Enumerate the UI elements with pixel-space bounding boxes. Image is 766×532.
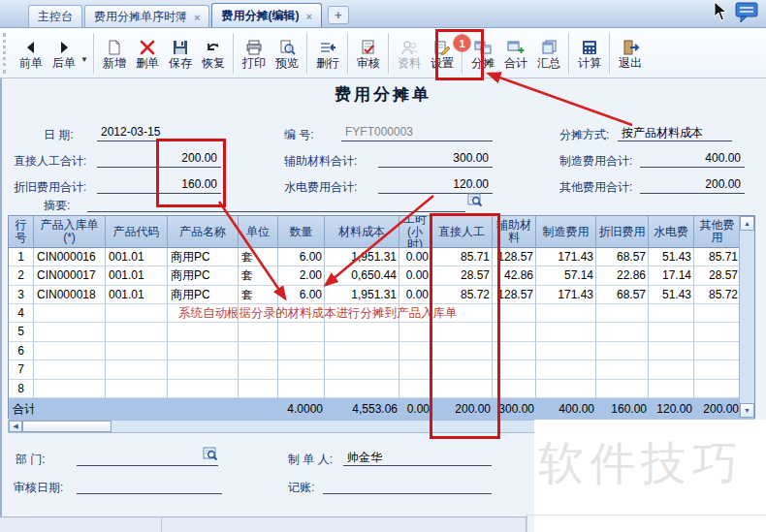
grid-cell[interactable] — [596, 304, 649, 323]
grid-cell[interactable] — [239, 323, 278, 341]
grid-cell[interactable] — [278, 342, 325, 360]
scroll-left-icon[interactable]: ◀ — [9, 421, 22, 432]
column-header[interactable]: 直接人工 — [431, 216, 493, 248]
grid-cell[interactable] — [431, 323, 493, 341]
close-icon[interactable]: × — [194, 12, 200, 23]
grid-cell[interactable] — [34, 323, 106, 341]
scroll-up-icon[interactable]: ▲ — [740, 216, 754, 231]
scroll-down-icon[interactable]: ▼ — [740, 403, 754, 418]
grid-cell[interactable]: 0.00 — [399, 286, 431, 304]
chevron-down-icon[interactable]: ▼ — [80, 55, 88, 64]
method-input[interactable]: 按产品材料成本 — [618, 125, 732, 141]
tab-2[interactable]: 费用分摊单序时簿× — [84, 5, 209, 27]
grid-cell[interactable]: 28.57 — [694, 266, 741, 285]
grid-cell[interactable]: 22.86 — [596, 266, 649, 285]
grid-cell[interactable] — [596, 323, 649, 341]
grid-cell[interactable]: 3 — [9, 286, 34, 304]
grid-cell[interactable]: 17.14 — [649, 266, 694, 285]
grid-cell[interactable] — [493, 380, 536, 398]
grid-cell[interactable] — [649, 304, 694, 323]
grid-cell[interactable]: 128.57 — [493, 248, 536, 266]
grid-cell[interactable] — [168, 342, 239, 360]
grid-cell[interactable] — [106, 342, 168, 360]
grid-cell[interactable] — [106, 323, 168, 341]
grid-cell[interactable] — [694, 304, 741, 323]
grid-cell[interactable]: 2 — [9, 266, 34, 285]
grid-cell[interactable] — [536, 323, 596, 341]
grid-cell[interactable] — [239, 360, 278, 379]
grid-cell[interactable]: 2.00 — [278, 266, 325, 285]
add-tab-button[interactable]: + — [328, 6, 349, 24]
grid-cell[interactable]: 171.43 — [536, 286, 596, 304]
grid-cell[interactable]: 85.72 — [694, 286, 741, 304]
grid-cell[interactable]: 套 — [239, 266, 278, 285]
column-header[interactable]: 制造费用 — [536, 216, 596, 248]
grid-cell[interactable] — [399, 380, 431, 398]
grid-cell[interactable]: 28.57 — [431, 266, 493, 285]
grid-cell[interactable] — [536, 380, 596, 398]
grid-cell[interactable] — [399, 342, 431, 360]
grid-cell[interactable] — [596, 360, 649, 379]
grid-cell[interactable] — [168, 360, 239, 379]
grid-cell[interactable] — [34, 304, 106, 323]
grid-cell[interactable]: 0.00 — [399, 266, 431, 285]
date-input[interactable]: 2012-03-15 — [97, 125, 221, 141]
grid-cell[interactable] — [106, 304, 168, 323]
grid-cell[interactable]: 42.86 — [493, 266, 536, 285]
grid-cell[interactable] — [34, 342, 106, 360]
grid-cell[interactable]: 001.01 — [106, 286, 168, 304]
grid-cell[interactable]: 85.71 — [431, 248, 493, 266]
grid-cell[interactable]: 商用PC — [168, 286, 239, 304]
summary-input[interactable] — [87, 196, 465, 212]
summary-lookup-icon[interactable] — [467, 193, 484, 212]
grid-cell[interactable]: 128.57 — [493, 286, 536, 304]
grid-cell[interactable]: 6.00 — [278, 286, 325, 304]
grid-cell[interactable] — [278, 360, 325, 379]
column-header[interactable]: 水电费 — [649, 216, 694, 248]
column-header[interactable]: 数量 — [278, 216, 325, 248]
grid-cell[interactable] — [34, 360, 106, 379]
sum-button[interactable]: 合计 — [499, 36, 532, 71]
grid-cell[interactable] — [493, 304, 536, 323]
new-doc-button[interactable]: 新增 — [98, 36, 131, 71]
horizontal-scrollbar[interactable]: ◀ — [8, 420, 536, 433]
grid-cell[interactable] — [399, 360, 431, 379]
grid-cell[interactable] — [168, 380, 239, 398]
grid-cell[interactable] — [278, 323, 325, 341]
grid-cell[interactable]: 57.14 — [536, 266, 596, 285]
grid-cell[interactable]: 1,951.31 — [325, 248, 399, 266]
department-input[interactable] — [77, 450, 218, 466]
allocate-button[interactable]: 分摊 — [466, 36, 499, 71]
grid-cell[interactable] — [106, 360, 168, 379]
grid-cell[interactable]: 8 — [9, 380, 34, 398]
grid-cell[interactable] — [106, 380, 168, 398]
grid-cell[interactable]: 商用PC — [168, 248, 239, 266]
grid-cell[interactable] — [649, 380, 694, 398]
grid-cell[interactable]: 1 — [9, 248, 34, 266]
tab-3[interactable]: 费用分摊(编辑)× — [211, 3, 321, 27]
toolbar-drag-handle[interactable] — [3, 33, 10, 74]
grid-cell[interactable] — [649, 360, 694, 379]
direct-labor-input[interactable]: 200.00 — [97, 151, 221, 168]
grid-cell[interactable]: 0.00 — [399, 248, 431, 266]
grid-cell[interactable] — [694, 342, 741, 360]
column-header[interactable]: 辅助材料 — [493, 216, 536, 248]
grid-cell[interactable] — [596, 380, 649, 398]
grid-cell[interactable] — [278, 380, 325, 398]
grid-cell[interactable]: CIN000018 — [34, 286, 106, 304]
scrollbar-thumb[interactable] — [22, 421, 112, 432]
grid-cell[interactable] — [536, 342, 596, 360]
grid-cell[interactable]: 001.01 — [106, 248, 168, 266]
undo-button[interactable]: 恢复 — [197, 36, 230, 71]
grid-cell[interactable]: 171.43 — [536, 248, 596, 266]
grid-cell[interactable] — [493, 360, 536, 379]
grid-cell[interactable] — [493, 342, 536, 360]
grid-cell[interactable]: 套 — [239, 248, 278, 266]
grid-cell[interactable] — [649, 342, 694, 360]
grid-cell[interactable] — [536, 304, 596, 323]
audit-button[interactable]: 审核 — [352, 36, 385, 71]
grid-cell[interactable] — [399, 323, 431, 341]
grid-cell[interactable]: 6.00 — [278, 248, 325, 266]
grid-cell[interactable]: 0,650.44 — [325, 266, 399, 285]
grid-cell[interactable] — [649, 323, 694, 341]
